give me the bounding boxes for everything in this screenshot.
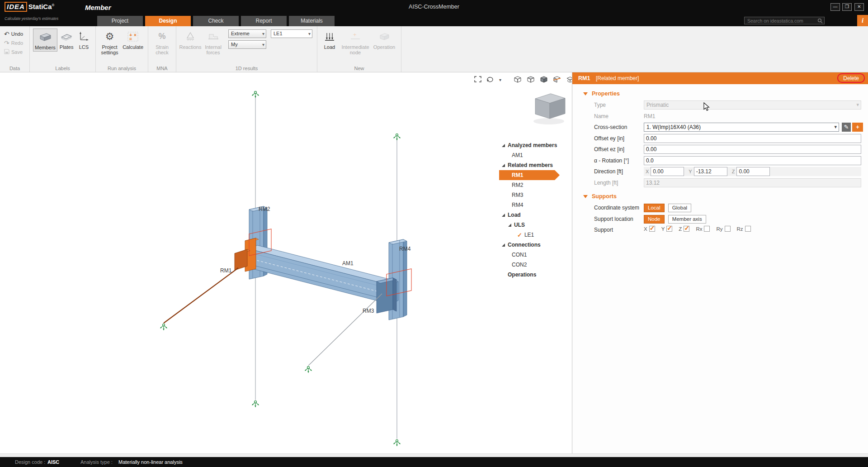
collapse-caret-icon[interactable] bbox=[502, 243, 505, 247]
local-toggle-button[interactable]: Local bbox=[644, 204, 665, 212]
new-load-button[interactable]: Load bbox=[321, 29, 339, 51]
members-toggle-button[interactable]: Members bbox=[33, 29, 57, 52]
maximize-button[interactable]: ❐ bbox=[842, 3, 852, 11]
collapse-caret-icon[interactable] bbox=[502, 144, 505, 147]
close-button[interactable]: ✕ bbox=[854, 3, 864, 11]
tab-check[interactable]: Check bbox=[193, 16, 239, 26]
extreme-dropdown[interactable]: Extreme bbox=[228, 29, 266, 38]
support-symbol-rm3-end bbox=[305, 367, 312, 373]
rotate-dropdown-chevron-icon[interactable]: ▾ bbox=[499, 77, 501, 82]
section-properties[interactable]: Properties bbox=[583, 89, 868, 98]
properties-panel: RM1 [Related member] Delete Properties T… bbox=[572, 72, 868, 453]
tree-item-rm1[interactable]: RM1 bbox=[499, 170, 560, 180]
lcs-toggle-button[interactable]: LCS bbox=[75, 29, 92, 51]
calculate-button[interactable]: + × = Calculate bbox=[121, 29, 145, 51]
tree-item-am1[interactable]: AM1 bbox=[499, 150, 571, 160]
check-icon: ✓ bbox=[650, 224, 655, 232]
analysis-type-label: Analysis type : bbox=[80, 459, 113, 465]
edit-cross-section-button[interactable]: ✎ bbox=[842, 123, 851, 132]
tree-item-con2[interactable]: CON2 bbox=[499, 260, 571, 270]
support-z-checkbox[interactable]: ✓ bbox=[684, 226, 689, 232]
rotation-input[interactable]: 0.0 bbox=[644, 156, 861, 165]
direction-x-label: X bbox=[646, 169, 649, 174]
support-ry-checkbox[interactable] bbox=[725, 226, 731, 232]
tree-item-rm3[interactable]: RM3 bbox=[499, 190, 571, 200]
offset-ez-input[interactable]: 0.00 bbox=[644, 145, 861, 154]
bottom-scroll-strip[interactable] bbox=[0, 453, 868, 457]
info-button[interactable]: i bbox=[857, 15, 868, 26]
tab-materials[interactable]: Materials bbox=[289, 16, 335, 26]
section-view-icon[interactable] bbox=[552, 75, 561, 85]
tree-item-rm2[interactable]: RM2 bbox=[499, 180, 571, 190]
reactions-icon bbox=[184, 30, 197, 43]
collapse-caret-icon[interactable] bbox=[508, 224, 511, 227]
project-settings-button[interactable]: ⚙ Project settings bbox=[99, 29, 120, 56]
tab-design[interactable]: Design bbox=[145, 16, 191, 26]
delete-button[interactable]: Delete bbox=[837, 73, 865, 83]
model-viewport[interactable]: ▾ bbox=[0, 72, 572, 453]
add-cross-section-button[interactable]: + bbox=[852, 123, 863, 132]
collapse-caret-icon[interactable] bbox=[502, 214, 505, 217]
hidden-line-view-icon[interactable] bbox=[526, 75, 535, 85]
panel-divider[interactable] bbox=[572, 72, 572, 453]
plates-toggle-button[interactable]: Plates bbox=[58, 29, 75, 51]
plates-icon bbox=[60, 30, 73, 43]
support-x-checkbox[interactable]: ✓ bbox=[649, 226, 655, 232]
row-type: Type Prismatic bbox=[572, 100, 868, 111]
tree-item-uls[interactable]: ULS bbox=[499, 220, 571, 230]
direction-x-input[interactable]: 0.00 bbox=[651, 167, 684, 176]
navigation-cube[interactable] bbox=[527, 88, 571, 130]
visibility-view-icon[interactable] bbox=[566, 75, 572, 85]
force-component-dropdown[interactable]: My bbox=[228, 40, 266, 49]
wireframe-view-icon[interactable] bbox=[513, 75, 522, 85]
connection-con1[interactable] bbox=[235, 238, 259, 272]
row-rotation: α - Rotation [°] 0.0 bbox=[572, 155, 868, 167]
section-collapse-icon[interactable] bbox=[583, 92, 588, 95]
ribbon: ↶ Undo ↷ Redo Save Data bbox=[0, 26, 868, 72]
tree-item-con1[interactable]: CON1 bbox=[499, 250, 571, 260]
length-field: 13.12 bbox=[644, 178, 861, 187]
solid-view-icon[interactable] bbox=[539, 75, 548, 85]
section-supports[interactable]: Supports bbox=[583, 192, 868, 201]
save-button[interactable]: Save bbox=[3, 48, 24, 56]
tree-item-load[interactable]: Load bbox=[499, 210, 571, 220]
tree-item-analyzed-members[interactable]: Analyzed members bbox=[499, 140, 571, 150]
title-bar: AISC-CrossMember — ❐ ✕ bbox=[0, 0, 868, 15]
new-operation-button[interactable]: Operation bbox=[372, 29, 396, 51]
direction-z-input[interactable]: 0.00 bbox=[736, 167, 770, 176]
search-input[interactable] bbox=[745, 17, 824, 24]
member-rm1[interactable] bbox=[164, 268, 238, 323]
global-toggle-button[interactable]: Global bbox=[668, 204, 691, 212]
member-rm3[interactable] bbox=[308, 294, 382, 366]
section-collapse-icon[interactable] bbox=[583, 195, 588, 198]
member-am1[interactable] bbox=[249, 245, 398, 304]
tree-item-connections[interactable]: Connections bbox=[499, 240, 571, 250]
member-axis-toggle-button[interactable]: Member axis bbox=[668, 215, 706, 224]
tab-report[interactable]: Report bbox=[241, 16, 287, 26]
intermediate-node-button[interactable]: + Intermediate node bbox=[340, 29, 371, 56]
support-y-checkbox[interactable]: ✓ bbox=[666, 226, 672, 232]
logo-tagline: Calculate yesterday's estimates bbox=[5, 16, 58, 21]
internal-forces-button[interactable]: Internal forces bbox=[202, 29, 224, 56]
offset-ey-input[interactable]: 0.00 bbox=[644, 134, 861, 143]
tree-item-le1[interactable]: ✓LE1 bbox=[499, 230, 571, 240]
tree-item-rm4[interactable]: RM4 bbox=[499, 200, 571, 210]
rotate-view-icon[interactable] bbox=[486, 76, 495, 84]
label-am1: AM1 bbox=[342, 260, 354, 267]
support-rx-checkbox[interactable] bbox=[704, 226, 710, 232]
tree-item-related-members[interactable]: Related members bbox=[499, 160, 571, 170]
support-rz-checkbox[interactable] bbox=[745, 226, 751, 232]
tab-project[interactable]: Project bbox=[97, 16, 143, 26]
minimize-button[interactable]: — bbox=[830, 3, 840, 11]
direction-y-input[interactable]: -13.12 bbox=[694, 167, 727, 176]
collapse-caret-icon[interactable] bbox=[502, 164, 505, 167]
zoom-fit-icon[interactable] bbox=[474, 76, 482, 84]
undo-button[interactable]: ↶ Undo bbox=[3, 29, 24, 38]
load-case-dropdown[interactable]: LE1 bbox=[271, 29, 312, 38]
strain-check-button[interactable]: % Strain check bbox=[151, 29, 173, 56]
tree-item-operations[interactable]: Operations bbox=[499, 270, 571, 280]
reactions-button[interactable]: Reactions bbox=[179, 29, 201, 51]
redo-button[interactable]: ↷ Redo bbox=[3, 38, 24, 47]
cross-section-dropdown[interactable]: 1. W(Imp)16X40 (A36) bbox=[644, 123, 839, 132]
node-toggle-button[interactable]: Node bbox=[644, 215, 665, 224]
